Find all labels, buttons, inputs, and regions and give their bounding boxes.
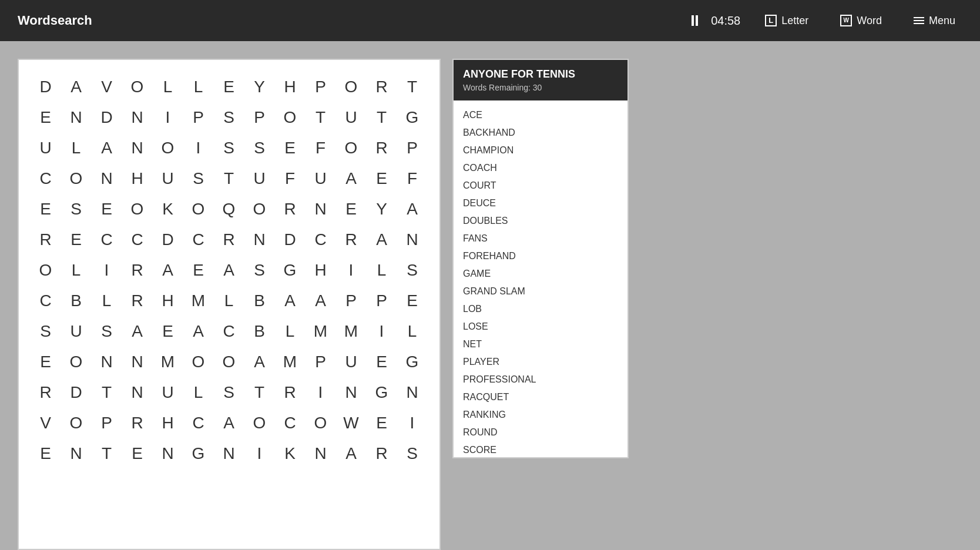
grid-cell-7-1[interactable]: B [61,286,92,316]
grid-cell-0-1[interactable]: A [61,72,92,102]
grid-cell-9-10[interactable]: U [336,347,367,377]
grid-cell-6-0[interactable]: O [31,255,61,286]
grid-cell-2-2[interactable]: A [92,133,122,163]
grid-cell-12-3[interactable]: E [122,438,153,469]
grid-cell-3-9[interactable]: U [306,163,336,194]
grid-cell-4-9[interactable]: N [306,194,336,224]
grid-cell-2-0[interactable]: U [31,133,61,163]
grid-cell-6-11[interactable]: L [367,255,397,286]
grid-cell-0-5[interactable]: L [183,72,214,102]
word-item-7[interactable]: FANS [454,230,627,247]
grid-cell-10-12[interactable]: N [397,377,428,408]
grid-cell-4-4[interactable]: K [153,194,183,224]
word-item-2[interactable]: CHAMPION [454,142,627,159]
grid-cell-7-6[interactable]: L [214,286,244,316]
grid-cell-1-8[interactable]: O [275,102,306,133]
grid-cell-12-6[interactable]: N [214,438,244,469]
grid-cell-4-0[interactable]: E [31,194,61,224]
letter-button[interactable]: L Letter [758,11,815,31]
grid-cell-0-10[interactable]: O [336,72,367,102]
grid-cell-4-12[interactable]: A [397,194,428,224]
grid-cell-10-7[interactable]: T [244,377,275,408]
grid-cell-2-12[interactable]: P [397,133,428,163]
grid-cell-7-11[interactable]: P [367,286,397,316]
word-item-4[interactable]: COURT [454,177,627,194]
grid-cell-9-0[interactable]: E [31,347,61,377]
grid-cell-6-10[interactable]: I [336,255,367,286]
grid-cell-7-12[interactable]: E [397,286,428,316]
grid-cell-8-1[interactable]: U [61,316,92,347]
grid-cell-11-10[interactable]: W [336,408,367,438]
grid-cell-10-9[interactable]: I [306,377,336,408]
grid-cell-9-7[interactable]: A [244,347,275,377]
grid-cell-3-4[interactable]: U [153,163,183,194]
grid-cell-6-8[interactable]: G [275,255,306,286]
word-item-8[interactable]: FOREHAND [454,247,627,265]
grid-cell-1-10[interactable]: U [336,102,367,133]
grid-cell-1-12[interactable]: G [397,102,428,133]
grid-cell-5-7[interactable]: N [244,224,275,255]
grid-cell-11-5[interactable]: C [183,408,214,438]
grid-cell-8-2[interactable]: S [92,316,122,347]
grid-cell-12-0[interactable]: E [31,438,61,469]
grid-cell-3-7[interactable]: U [244,163,275,194]
grid-cell-12-2[interactable]: T [92,438,122,469]
grid-cell-12-11[interactable]: R [367,438,397,469]
grid-cell-3-1[interactable]: O [61,163,92,194]
grid-cell-11-2[interactable]: P [92,408,122,438]
grid-cell-4-7[interactable]: O [244,194,275,224]
word-item-14[interactable]: PLAYER [454,353,627,371]
grid-cell-6-3[interactable]: R [122,255,153,286]
word-item-11[interactable]: LOB [454,300,627,318]
word-item-15[interactable]: PROFESSIONAL [454,371,627,388]
word-item-9[interactable]: GAME [454,265,627,283]
grid-cell-1-11[interactable]: T [367,102,397,133]
grid-cell-3-2[interactable]: N [92,163,122,194]
grid-cell-2-5[interactable]: I [183,133,214,163]
grid-cell-0-6[interactable]: E [214,72,244,102]
grid-cell-4-5[interactable]: O [183,194,214,224]
grid-cell-8-6[interactable]: C [214,316,244,347]
grid-cell-0-2[interactable]: V [92,72,122,102]
grid-cell-10-5[interactable]: L [183,377,214,408]
grid-cell-1-0[interactable]: E [31,102,61,133]
grid-cell-5-0[interactable]: R [31,224,61,255]
grid-cell-12-5[interactable]: G [183,438,214,469]
grid-cell-3-5[interactable]: S [183,163,214,194]
grid-cell-3-12[interactable]: F [397,163,428,194]
grid-cell-1-5[interactable]: P [183,102,214,133]
word-item-3[interactable]: COACH [454,159,627,177]
grid-cell-2-6[interactable]: S [214,133,244,163]
grid-cell-7-10[interactable]: P [336,286,367,316]
grid-cell-12-7[interactable]: I [244,438,275,469]
grid-cell-10-1[interactable]: D [61,377,92,408]
grid-cell-5-1[interactable]: E [61,224,92,255]
grid-cell-0-11[interactable]: R [367,72,397,102]
grid-cell-2-4[interactable]: O [153,133,183,163]
word-item-18[interactable]: ROUND [454,424,627,441]
grid-cell-6-2[interactable]: I [92,255,122,286]
grid-cell-8-0[interactable]: S [31,316,61,347]
grid-cell-2-9[interactable]: F [306,133,336,163]
word-item-10[interactable]: GRAND SLAM [454,283,627,300]
grid-cell-10-0[interactable]: R [31,377,61,408]
grid-cell-2-7[interactable]: S [244,133,275,163]
grid-cell-7-0[interactable]: C [31,286,61,316]
grid-cell-8-7[interactable]: B [244,316,275,347]
word-list-scroll[interactable]: ACEBACKHANDCHAMPIONCOACHCOURTDEUCEDOUBLE… [454,100,627,457]
grid-cell-5-2[interactable]: C [92,224,122,255]
grid-cell-9-5[interactable]: O [183,347,214,377]
grid-cell-0-9[interactable]: P [306,72,336,102]
word-item-17[interactable]: RANKING [454,406,627,424]
grid-cell-3-6[interactable]: T [214,163,244,194]
grid-cell-8-10[interactable]: M [336,316,367,347]
grid-cell-11-11[interactable]: E [367,408,397,438]
grid-cell-9-11[interactable]: E [367,347,397,377]
grid-cell-8-11[interactable]: I [367,316,397,347]
grid-cell-3-11[interactable]: E [367,163,397,194]
word-button[interactable]: W Word [833,11,889,31]
grid-cell-4-6[interactable]: Q [214,194,244,224]
grid-cell-1-6[interactable]: S [214,102,244,133]
grid-cell-0-3[interactable]: O [122,72,153,102]
word-item-1[interactable]: BACKHAND [454,124,627,142]
